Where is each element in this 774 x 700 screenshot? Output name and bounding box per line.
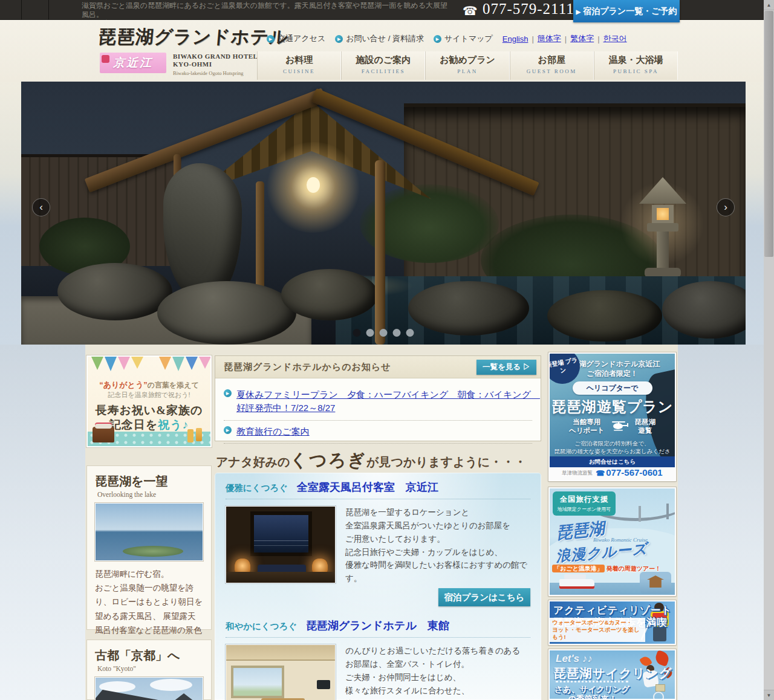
nav-tab-label: 施設のご案内 <box>342 54 424 66</box>
promo-card-header: 和やかにくつろぐ 琵琶湖グランドホテル 東館 <box>226 618 530 638</box>
news-title: 琵琶湖グランドホテルからのお知らせ <box>224 361 391 373</box>
link-sitemap[interactable]: ▶サイトマップ <box>434 33 493 44</box>
cycling-banner[interactable]: Let's ♪♪ 琵琶湖サイクリング さあ、サイクリング の季節到来！ <box>548 649 676 700</box>
carousel-next-button[interactable]: › <box>717 198 735 216</box>
scroll-down-button[interactable]: ▼ <box>764 690 774 700</box>
heli-contact-bar: お問合せはこちら <box>550 456 675 467</box>
carousel-dot-2[interactable] <box>366 329 374 337</box>
card-title-link[interactable]: 琵琶湖グランドホテル 東館 <box>306 620 449 632</box>
hotel-description-line1: 滋賀県おごと温泉の琵琶湖畔にあるおごと温泉最大の旅館です。露天風呂付き客室や琵琶… <box>82 1 450 19</box>
hotel-logo[interactable]: 琵琶湖グランドホテル <box>97 25 290 50</box>
promo-card-text-col: のんびりとお過ごしいただける落ち着きのある お部屋は、全室バス・トイレ付。 ご夫… <box>345 644 530 700</box>
anniversary-title-em: 祝う <box>158 418 182 431</box>
dotted-divider <box>556 681 628 682</box>
promo-section: 優雅にくつろぐ 全室露天風呂付客室 京近江 琵 <box>215 473 541 700</box>
cycling-lets: Let's ♪♪ <box>556 653 593 665</box>
music-note-icon: ♪ <box>183 418 189 431</box>
nav-tab-public-spa[interactable]: 温泉・大浴場 PUBLIC SPA <box>594 51 678 80</box>
carousel-dot-5[interactable] <box>406 329 414 337</box>
news-item[interactable]: ▶ 夏休みファミリープラン 夕食：ハーフバイキング 朝食：バイキング 好評発売中… <box>224 384 532 421</box>
promo-card-kyo-ohmi: 優雅にくつろぐ 全室露天風呂付客室 京近江 琵 <box>226 480 530 606</box>
link-contact[interactable]: ▶お問い合せ / 資料請求 <box>335 33 424 44</box>
reservation-button[interactable]: ▶宿泊プラン一覧・ご予約 <box>573 0 680 22</box>
nav-tab-guest-room[interactable]: お部屋 GUEST ROOM <box>510 51 594 80</box>
play-icon: ▶ <box>576 8 580 15</box>
hero-band: ‹ › <box>0 82 774 345</box>
logo-en-line3: Biwako-lakeside Ogoto Hotspring <box>173 70 258 77</box>
anniversary-banner[interactable]: “ありがとう”の言葉を添えて 記念日を温泉旅館で祝おう! 長寿お祝い&家族の 記… <box>86 355 212 447</box>
scrollbar[interactable]: ▲ ▼ <box>764 0 774 700</box>
lake-algae-patch <box>123 546 183 557</box>
cloud <box>150 679 192 691</box>
lake-photo <box>95 503 203 561</box>
news-item[interactable]: ▶ 教育旅行のご案内 <box>224 421 532 444</box>
view-all-label: 一覧を見る <box>483 363 521 371</box>
activity-sub1: ウォータースポーツ&カヌー・ <box>552 619 643 626</box>
card-title-link[interactable]: 全室露天風呂付客室 京近江 <box>297 481 438 493</box>
activity-banner[interactable]: アクティビティリゾート 琵琶湖の湖上散歩を満喫 ウォータースポーツ&カヌー・ ヨ… <box>548 600 676 645</box>
room-ceiling <box>226 645 335 661</box>
room-window <box>231 666 284 698</box>
card-tag: 優雅にくつろぐ <box>226 483 288 493</box>
logo-badge-label: 京近江 <box>113 56 153 69</box>
badge-line1: 全国旅行支援 <box>553 494 616 505</box>
anniversary-line2: 記念日を温泉旅館で祝おう! <box>88 391 210 400</box>
logo-english-name: BIWAKO GRAND HOTEL KYO-OHMI Biwako-lakes… <box>173 53 258 77</box>
lang-simplified-chinese[interactable]: 簡体字 <box>538 33 561 44</box>
nav-tab-label: お勧めプラン <box>426 54 509 66</box>
nav-tab-sublabel: FACILITIES <box>342 68 424 74</box>
carousel-prev-button[interactable]: ‹ <box>32 198 50 216</box>
carousel-dot-1[interactable] <box>353 329 361 337</box>
temple-roof <box>167 693 201 700</box>
window-railing <box>254 540 308 541</box>
logo-kyo-ohmi-badge[interactable]: 京近江 <box>100 53 166 73</box>
nav-tab-cuisine[interactable]: お料理 CUISINE <box>257 51 341 80</box>
promo-heading-post: が見つかりますように・・・ <box>366 455 526 468</box>
kyoto-section: 古都「京都」へ Koto "Kyoto" <box>86 640 212 700</box>
cruise-port-chip: 「おごと温泉港」 <box>552 565 605 572</box>
stone-lantern-base <box>647 223 678 232</box>
logo-en-line2: KYO-OHMI <box>173 60 258 68</box>
view-all-button[interactable]: 一覧を見る ▷ <box>476 360 536 375</box>
promo-card-header: 優雅にくつろぐ 全室露天風呂付客室 京近江 <box>226 480 530 499</box>
link-access-label: 交通アクセス <box>278 33 325 44</box>
heli-route-from: 当館専用 ヘリポート <box>569 418 605 435</box>
page: 滋賀県おごと温泉の琵琶湖畔にあるおごと温泉最大の旅館です。露天風呂付き客室や琵琶… <box>0 0 774 700</box>
language-switcher: English | 簡体字 | 繁体字 | 한국어 <box>502 33 627 44</box>
nav-tab-plan[interactable]: お勧めプラン PLAN <box>425 51 509 80</box>
helicopter-banner[interactable]: 琵琶湖グランドホテル京近江 ご宿泊者限定！ 新登場 プラン ヘリコプターで 琵琶… <box>548 352 676 481</box>
news-link[interactable]: 教育旅行のご案内 <box>236 425 310 438</box>
cruise-ship <box>559 579 594 589</box>
card-description: 琵琶湖を一望するロケーションと 全室温泉露天風呂がついたゆとりのお部屋を ご用意… <box>345 506 530 585</box>
bunting-decoration <box>88 357 210 377</box>
site-header: 琵琶湖グランドホテル 京近江 BIWAKO GRAND HOTEL KYO-OH… <box>0 20 774 82</box>
phone-icon: ☎ <box>596 469 605 478</box>
lang-korean[interactable]: 한국어 <box>603 33 627 44</box>
promo-card-body: のんびりとお過ごしいただける落ち着きのある お部屋は、全室バス・トイレ付。 ご夫… <box>226 644 530 700</box>
topbar-divider <box>48 0 49 20</box>
hero-carousel: ‹ › <box>21 82 746 345</box>
lang-traditional-chinese[interactable]: 繁体字 <box>570 33 594 44</box>
cruise-banner[interactable]: 全国旅行支援 地域限定クーポン使用可 琵琶湖 Biwako Romantic C… <box>548 487 676 596</box>
news-link[interactable]: 夏休みファミリープラン 夕食：ハーフバイキング 朝食：バイキング 好評発売中！7… <box>236 388 532 415</box>
nav-tab-facilities[interactable]: 施設のご案内 FACILITIES <box>341 51 425 80</box>
carousel-dot-4[interactable] <box>393 329 401 337</box>
promo-card-text-col: 琵琶湖を一望するロケーションと 全室温泉露天風呂がついたゆとりのお部屋を ご用意… <box>345 506 530 606</box>
play-icon: ▶ <box>224 426 232 434</box>
room-tv <box>317 680 330 689</box>
lang-english[interactable]: English <box>502 34 528 44</box>
anniversary-thanks: “ありがとう” <box>99 380 148 389</box>
kyoto-section-title: 古都「京都」へ <box>95 647 203 664</box>
anniversary-line1: “ありがとう”の言葉を添えて <box>88 380 210 391</box>
lake-view-section: 琵琶湖を一望 Overlooking the lake 琵琶湖畔に佇む宿。 おご… <box>86 465 212 630</box>
carousel-dot-3[interactable] <box>380 329 388 337</box>
cruise-sub-rest: 発着の周遊ツアー！ <box>606 565 661 572</box>
link-contact-label: お問い合せ / 資料請求 <box>346 33 424 44</box>
nav-tab-label: お部屋 <box>510 54 593 66</box>
scroll-up-button[interactable]: ▲ <box>764 0 774 10</box>
scrollbar-thumb[interactable] <box>764 11 773 257</box>
play-icon: ▶ <box>267 35 275 43</box>
plan-button[interactable]: 宿泊プランはこちら <box>438 588 530 606</box>
link-access[interactable]: ▶交通アクセス <box>267 33 325 44</box>
card-tag: 和やかにくつろぐ <box>226 621 297 631</box>
